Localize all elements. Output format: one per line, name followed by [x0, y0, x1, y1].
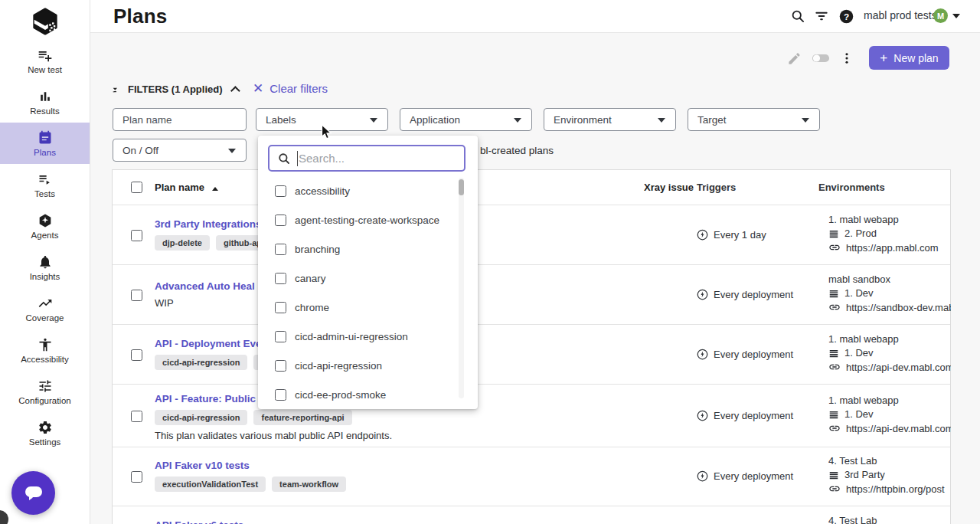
- label-option[interactable]: cicd-ee-prod-smoke: [258, 380, 478, 409]
- more-actions-button[interactable]: [838, 49, 856, 67]
- option-checkbox[interactable]: [275, 185, 286, 197]
- mabl-logo-icon[interactable]: [0, 6, 90, 37]
- sidebar-item-label: Accessibility: [21, 355, 69, 364]
- env-application: 1. mabl webapp: [828, 393, 951, 408]
- filters-header[interactable]: FILTERS (1 Applied): [112, 81, 240, 97]
- env-url[interactable]: https://sandbox-dev.mab: [846, 302, 951, 313]
- target-select-label: Target: [697, 114, 727, 126]
- labels-search-box[interactable]: [268, 145, 466, 172]
- sidebar-item-results[interactable]: Results: [0, 81, 90, 123]
- env-application: 1. mabl webapp: [828, 212, 951, 227]
- label-option[interactable]: agent-testing-create-workspace: [258, 205, 478, 234]
- plus-icon: +: [880, 51, 887, 64]
- sidebar-item-label: Results: [30, 106, 59, 116]
- sidebar-item-label: Coverage: [26, 313, 64, 323]
- application-caret-icon: [514, 118, 521, 123]
- label-option[interactable]: branching: [258, 234, 478, 264]
- label-option[interactable]: accessibility: [258, 176, 478, 205]
- plan-name-link[interactable]: Advanced Auto Heal: [155, 280, 255, 292]
- workspace-caret-icon[interactable]: [952, 14, 960, 18]
- trigger-label: Every 1 day: [714, 229, 766, 241]
- on-off-caret-icon: [228, 149, 236, 153]
- workspace-avatar[interactable]: M: [933, 8, 948, 23]
- collapse-chevron-icon[interactable]: [230, 86, 240, 96]
- label-option[interactable]: cicd-api-regression: [258, 351, 478, 380]
- on-off-select-label: On / Off: [122, 145, 158, 156]
- help-icon[interactable]: ?: [838, 8, 854, 25]
- sidebar-item-new-test[interactable]: New test: [0, 40, 90, 81]
- label-option[interactable]: canary: [258, 264, 478, 293]
- env-url[interactable]: https://httpbin.org/post: [846, 483, 945, 495]
- plan-name-header-label: Plan name: [155, 182, 204, 193]
- on-off-filter-select[interactable]: On / Off: [113, 139, 247, 162]
- env-url[interactable]: https://api-dev.mabl.com: [846, 362, 951, 373]
- application-filter-select[interactable]: Application: [400, 108, 532, 131]
- target-filter-select[interactable]: Target: [688, 108, 820, 131]
- env-url[interactable]: https://api-dev.mabl.com: [846, 423, 951, 434]
- env-url[interactable]: https://app.mabl.com: [846, 242, 939, 254]
- labels-search-input[interactable]: [299, 152, 456, 165]
- bar-chart-icon: [38, 89, 53, 104]
- sidebar-item-tests[interactable]: Tests: [0, 164, 90, 205]
- label-option[interactable]: cicd-admin-ui-regression: [258, 322, 478, 351]
- search-icon[interactable]: [789, 8, 806, 25]
- plan-name-input[interactable]: [122, 114, 237, 126]
- agent-hexagon-icon: [38, 213, 53, 228]
- label-chip: team-workflow: [272, 477, 346, 492]
- option-checkbox[interactable]: [275, 244, 286, 255]
- row-checkbox[interactable]: [131, 349, 142, 361]
- row-checkbox[interactable]: [131, 230, 142, 241]
- sidebar-item-accessibility[interactable]: Accessibility: [0, 329, 90, 371]
- sidebar-item-coverage[interactable]: Coverage: [0, 288, 90, 329]
- clear-filters-button[interactable]: ✕ Clear filters: [253, 80, 328, 97]
- option-checkbox[interactable]: [275, 389, 286, 401]
- plan-name-link[interactable]: API Faker v10 tests: [155, 460, 346, 471]
- trigger-icon: [697, 349, 708, 360]
- sidebar-item-agents[interactable]: Agents: [0, 205, 90, 247]
- environment-select-label: Environment: [554, 114, 612, 126]
- column-header-environments[interactable]: Environments: [818, 182, 941, 193]
- dropdown-scrollbar-track[interactable]: [459, 178, 464, 398]
- sidebar-nav: New test Results Plans Tests Agents Insi…: [0, 40, 90, 454]
- env-environment: 1. Dev: [844, 347, 874, 359]
- environment-filter-select[interactable]: Environment: [544, 108, 676, 131]
- column-header-xray[interactable]: Xray issue: [644, 182, 694, 193]
- table-row: API - Feature: Public A cicd-api-regress…: [113, 385, 950, 447]
- filters-title: FILTERS (1 Applied): [128, 84, 223, 95]
- row-checkbox[interactable]: [131, 290, 142, 301]
- sidebar-item-plans[interactable]: Plans: [0, 123, 90, 164]
- column-header-plan-name[interactable]: Plan name: [155, 182, 218, 193]
- row-checkbox[interactable]: [131, 411, 142, 422]
- sidebar-item-configuration[interactable]: Configuration: [0, 371, 90, 412]
- option-checkbox[interactable]: [275, 215, 286, 226]
- option-checkbox[interactable]: [275, 302, 286, 313]
- column-header-triggers[interactable]: Triggers: [697, 182, 736, 193]
- row-checkbox[interactable]: [131, 471, 142, 483]
- option-checkbox[interactable]: [275, 273, 286, 284]
- dropdown-scrollbar-thumb[interactable]: [459, 179, 464, 195]
- select-all-checkbox[interactable]: [131, 182, 142, 193]
- sidebar-item-settings[interactable]: Settings: [0, 412, 90, 454]
- clear-x-icon: ✕: [253, 80, 263, 97]
- edit-plan-button[interactable]: [785, 49, 803, 67]
- topbar: Plans ? mabl prod tests M: [90, 0, 980, 33]
- playlist-play-icon: [38, 172, 53, 187]
- chat-fab-button[interactable]: [11, 471, 55, 515]
- label-option[interactable]: chrome: [258, 293, 478, 322]
- workspace-name[interactable]: mabl prod tests: [864, 9, 937, 21]
- new-plan-button[interactable]: + New plan: [869, 46, 949, 70]
- option-checkbox[interactable]: [275, 331, 286, 342]
- env-application: 4. Test Lab: [828, 454, 951, 468]
- table-header-row: Plan name Xray issue Triggers Environmen…: [113, 170, 950, 205]
- plan-name-link[interactable]: API Faker v6 tests: [155, 519, 243, 524]
- labels-dropdown-panel: accessibility agent-testing-create-works…: [258, 136, 478, 409]
- label-chip: cicd-api-regression: [155, 355, 247, 370]
- sidebar-item-insights[interactable]: Insights: [0, 247, 90, 288]
- label-chip: executionValidationTest: [155, 477, 266, 492]
- plan-note: WIP: [155, 297, 255, 309]
- plan-name-filter-input[interactable]: [113, 108, 247, 131]
- toggle-plan-button[interactable]: [812, 49, 830, 67]
- filter-icon[interactable]: [813, 8, 830, 25]
- option-label: cicd-api-regression: [295, 360, 382, 372]
- option-checkbox[interactable]: [275, 360, 286, 372]
